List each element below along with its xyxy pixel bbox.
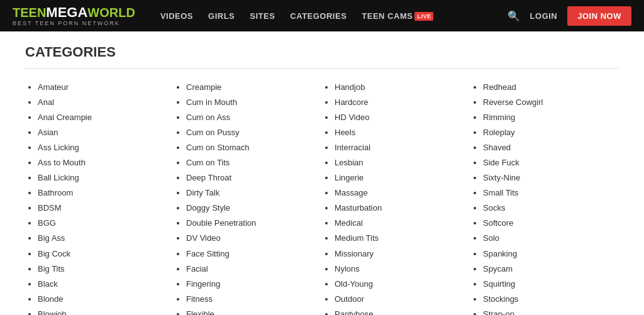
category-link[interactable]: Pantyhose — [335, 309, 373, 315]
site-logo: TEENMEGAWORLD Best Teen Porn Network — [13, 5, 135, 26]
category-link[interactable]: Nylons — [335, 264, 360, 274]
category-link[interactable]: Big Tits — [38, 264, 65, 274]
category-link[interactable]: Medium Tits — [335, 233, 379, 243]
category-link[interactable]: Cum on Ass — [186, 113, 230, 122]
list-item: Creampie — [186, 80, 322, 95]
category-link[interactable]: Cum in Mouth — [186, 97, 237, 107]
category-link[interactable]: Cum on Pussy — [186, 128, 240, 137]
category-link[interactable]: Small Tits — [483, 188, 518, 197]
category-list-1: Amateur Anal Anal Creampie Asian Ass Lic… — [25, 80, 174, 315]
category-link[interactable]: Roleplay — [483, 128, 515, 137]
list-item: Flexible — [186, 307, 322, 315]
category-link[interactable]: Ass to Mouth — [38, 158, 86, 167]
category-link[interactable]: Blonde — [38, 294, 63, 304]
category-link[interactable]: Hardcore — [335, 97, 368, 107]
category-list-2: Creampie Cum in Mouth Cum on Ass Cum on … — [174, 80, 322, 315]
list-item: Spanking — [483, 246, 619, 262]
category-link[interactable]: Blowjob — [38, 309, 67, 315]
list-item: Anal — [38, 95, 174, 110]
category-link[interactable]: Rimming — [483, 113, 515, 122]
category-link[interactable]: Side Fuck — [483, 158, 519, 167]
list-item: Cum in Mouth — [186, 95, 322, 110]
category-link[interactable]: BDSM — [38, 203, 62, 213]
category-link[interactable]: Stockings — [483, 294, 518, 304]
category-link[interactable]: Redhead — [483, 82, 516, 92]
search-button[interactable]: 🔍 — [508, 10, 520, 22]
list-item: Fingering — [186, 277, 322, 292]
categories-grid: Amateur Anal Anal Creampie Asian Ass Lic… — [25, 80, 619, 315]
list-item: Cum on Stomach — [186, 140, 322, 155]
category-link[interactable]: Interracial — [335, 143, 370, 152]
list-item: Shaved — [483, 140, 619, 155]
category-link[interactable]: HD Video — [335, 113, 369, 122]
category-link[interactable]: Socks — [483, 203, 505, 213]
list-item: Redhead — [483, 80, 619, 95]
list-item: Squirting — [483, 277, 619, 292]
list-item: Reverse Cowgirl — [483, 95, 619, 110]
category-link[interactable]: Fingering — [186, 279, 220, 289]
logo-world: WORLD — [87, 6, 135, 19]
category-link[interactable]: Asian — [38, 128, 58, 137]
category-link[interactable]: Heels — [335, 128, 355, 137]
category-link[interactable]: Strap-on — [483, 309, 514, 315]
category-link[interactable]: Double Penetration — [186, 218, 256, 228]
category-link[interactable]: Spanking — [483, 249, 517, 258]
category-link[interactable]: Anal — [38, 97, 54, 107]
category-link[interactable]: Big Ass — [38, 233, 65, 243]
category-link[interactable]: Lingerie — [335, 173, 364, 182]
category-link[interactable]: Reverse Cowgirl — [483, 97, 543, 107]
list-item: Cum on Pussy — [186, 125, 322, 140]
category-link[interactable]: Cum on Stomach — [186, 143, 249, 152]
category-link[interactable]: Spycam — [483, 264, 513, 274]
list-item: Stockings — [483, 292, 619, 307]
category-link[interactable]: Face Sitting — [186, 249, 230, 258]
live-badge: LIVE — [414, 12, 433, 21]
category-link[interactable]: Cum on Tits — [186, 158, 230, 167]
category-link[interactable]: Amateur — [38, 82, 69, 92]
category-link[interactable]: Fitness — [186, 294, 213, 304]
list-item: Spycam — [483, 262, 619, 277]
nav-girls[interactable]: GIRLS — [208, 11, 235, 21]
category-link[interactable]: Doggy Style — [186, 203, 230, 213]
category-link[interactable]: Massage — [335, 188, 368, 197]
category-link[interactable]: Masturbation — [335, 203, 382, 213]
list-item: HD Video — [335, 110, 470, 125]
category-link[interactable]: Ass Licking — [38, 143, 79, 152]
category-link[interactable]: Solo — [483, 233, 499, 243]
category-link[interactable]: Black — [38, 279, 58, 289]
category-link[interactable]: Lesbian — [335, 158, 364, 167]
category-link[interactable]: Facial — [186, 264, 208, 274]
category-link[interactable]: Creampie — [186, 82, 221, 92]
category-link[interactable]: Outdoor — [335, 294, 364, 304]
login-button[interactable]: LOGIN — [530, 11, 558, 21]
category-link[interactable]: Softcore — [483, 218, 513, 228]
nav-teen-cams[interactable]: TEEN CAMSLIVE — [362, 11, 433, 21]
category-link[interactable]: Big Cock — [38, 249, 70, 258]
list-item: Hardcore — [335, 95, 470, 110]
category-link[interactable]: Deep Throat — [186, 173, 231, 182]
category-link[interactable]: Anal Creampie — [38, 113, 92, 122]
category-link[interactable]: Sixty-Nine — [483, 173, 520, 182]
category-link[interactable]: Dirty Talk — [186, 188, 219, 197]
category-link[interactable]: Squirting — [483, 279, 515, 289]
category-link[interactable]: Bathroom — [38, 188, 73, 197]
category-link[interactable]: Old-Young — [335, 279, 373, 289]
category-link[interactable]: DV Video — [186, 233, 221, 243]
category-link[interactable]: BGG — [38, 218, 56, 228]
nav-categories[interactable]: CATEGORIES — [290, 11, 347, 21]
list-item: Old-Young — [335, 277, 470, 292]
category-link[interactable]: Handjob — [335, 82, 365, 92]
category-column-3: Handjob Hardcore HD Video Heels Interrac… — [322, 80, 470, 315]
category-link[interactable]: Shaved — [483, 143, 511, 152]
category-link[interactable]: Flexible — [186, 309, 214, 315]
list-item: Ass Licking — [38, 140, 174, 155]
nav-sites[interactable]: SITES — [250, 11, 275, 21]
nav-videos[interactable]: VIDEOS — [160, 11, 193, 21]
list-item: Missionary — [335, 246, 470, 262]
list-item: Solo — [483, 231, 619, 246]
list-item: Handjob — [335, 80, 470, 95]
category-link[interactable]: Ball Licking — [38, 173, 79, 182]
join-button[interactable]: JOIN NOW — [567, 6, 631, 26]
category-link[interactable]: Medical — [335, 218, 363, 228]
category-link[interactable]: Missionary — [335, 249, 374, 258]
